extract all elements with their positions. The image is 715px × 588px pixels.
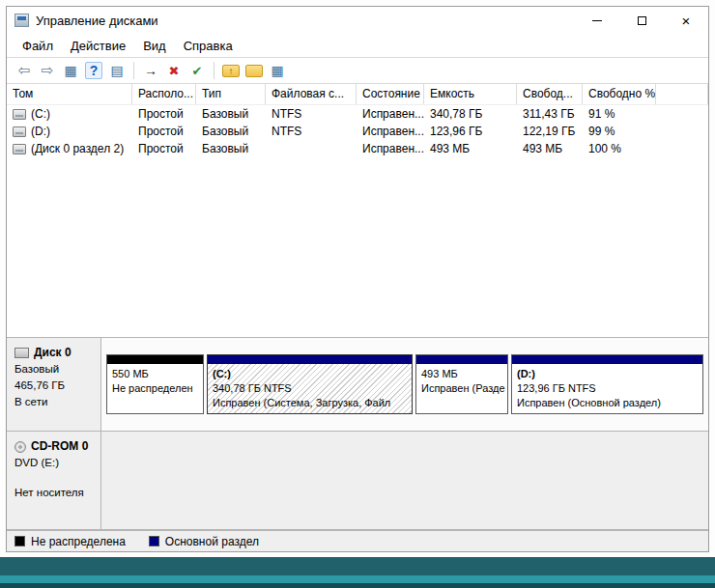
free-pct-cell: 100 %: [583, 140, 656, 157]
help-icon[interactable]: ?: [85, 62, 102, 79]
partition-status: Исправен (Разде: [421, 381, 502, 396]
column-header-volume[interactable]: Том: [7, 84, 132, 104]
partition-body: (D:) 123,96 ГБ NTFS Исправен (Основной р…: [512, 364, 702, 413]
maximize-icon: [638, 16, 646, 25]
action-pane-icon[interactable]: ▤: [105, 60, 129, 81]
partition-color-band: [512, 355, 702, 364]
menu-file[interactable]: Файл: [14, 36, 62, 56]
partition-color-band: [107, 355, 203, 364]
partition-unallocated[interactable]: 550 МБ Не распределен: [106, 354, 204, 414]
column-header-layout[interactable]: Располо...: [132, 84, 196, 104]
disk-size: 465,76 ГБ: [14, 378, 95, 394]
partition-size: 493 МБ: [421, 367, 502, 381]
folder-up-icon[interactable]: ↑: [222, 65, 240, 77]
details-view-icon[interactable]: ▦: [266, 60, 289, 81]
layout-cell: Простой: [132, 140, 196, 157]
legend-label: Не распределена: [31, 535, 126, 548]
partition-d[interactable]: (D:) 123,96 ГБ NTFS Исправен (Основной р…: [511, 354, 703, 414]
folder-icon[interactable]: [245, 65, 263, 77]
toolbar: ⇦ ⇨ ▦ ? ▤ → ✖ ✔ ↑ ▦: [7, 57, 708, 84]
menu-help[interactable]: Справка: [175, 36, 242, 56]
legend-bar: Не распределена Основной раздел: [7, 530, 708, 551]
delete-volume-icon[interactable]: ✖: [162, 60, 186, 81]
volume-cell: (Диск 0 раздел 2): [7, 140, 132, 157]
free-pct-cell: 91 %: [583, 105, 656, 123]
cdrom-icon: [14, 441, 26, 453]
status-cell: Исправен...: [357, 140, 424, 157]
volume-icon: [13, 126, 26, 137]
table-row[interactable]: (C:) Простой Базовый NTFS Исправен... 34…: [7, 105, 708, 123]
column-header-spacer: [656, 84, 708, 104]
minimize-icon: [592, 20, 602, 21]
filesystem-cell: [266, 140, 357, 157]
partition-body: (C:) 340,78 ГБ NTFS Исправен (Система, З…: [208, 364, 412, 413]
volume-icon: [13, 109, 26, 120]
menu-action[interactable]: Действие: [62, 36, 134, 56]
window-title: Управление дисками: [36, 14, 158, 28]
partition-status: Исправен (Система, Загрузка, Файл: [213, 396, 407, 410]
status-cell: Исправен...: [357, 123, 424, 140]
partition-body: 493 МБ Исправен (Разде: [416, 364, 507, 413]
desktop-background-strip: [0, 557, 715, 588]
partition-color-band: [208, 355, 412, 364]
column-header-capacity[interactable]: Емкость: [424, 84, 517, 104]
close-icon: ×: [682, 14, 691, 28]
toolbar-separator: [214, 62, 214, 79]
close-button[interactable]: ×: [664, 7, 708, 34]
volume-name: (C:): [31, 107, 50, 121]
column-header-free-pct[interactable]: Свободно %: [583, 84, 656, 104]
volume-cell: (C:): [7, 105, 132, 123]
legend-item-unallocated: Не распределена: [14, 535, 126, 548]
cdrom-0-info[interactable]: CD-ROM 0 DVD (E:) Нет носителя: [7, 432, 101, 529]
action-arrow-icon[interactable]: →: [139, 60, 162, 81]
graphical-view: Диск 0 Базовый 465,76 ГБ В сети 550 МБ Н…: [7, 337, 708, 530]
disk-0-row: Диск 0 Базовый 465,76 ГБ В сети 550 МБ Н…: [7, 338, 708, 432]
disk-management-app-icon: [14, 14, 29, 27]
column-header-type[interactable]: Тип: [196, 84, 266, 104]
free-cell: 311,43 ГБ: [517, 105, 583, 123]
partition-c[interactable]: (C:) 340,78 ГБ NTFS Исправен (Система, З…: [207, 354, 413, 414]
table-row[interactable]: (D:) Простой Базовый NTFS Исправен... 12…: [7, 123, 708, 140]
volume-list: Том Располо... Тип Файловая с... Состоян…: [7, 84, 708, 337]
titlebar: Управление дисками ×: [7, 7, 708, 34]
cdrom-0-partitions: [101, 432, 708, 529]
disk-name: Диск 0: [34, 345, 72, 361]
spacer: [14, 471, 95, 485]
table-row[interactable]: (Диск 0 раздел 2) Простой Базовый Исправ…: [7, 140, 708, 157]
cdrom-0-row: CD-ROM 0 DVD (E:) Нет носителя: [7, 432, 708, 530]
volume-name: (D:): [31, 125, 50, 138]
partition-size: 123,96 ГБ NTFS: [517, 381, 698, 396]
console-tree-icon[interactable]: ▦: [59, 60, 82, 81]
disk-type: Базовый: [14, 361, 95, 378]
capacity-cell: 340,78 ГБ: [424, 105, 517, 123]
column-header-status[interactable]: Состояние: [357, 84, 424, 104]
toolbar-separator: [133, 62, 134, 79]
disk-0-partitions: 550 МБ Не распределен (C:) 340,78 ГБ NTF…: [101, 338, 708, 431]
volume-icon: [13, 144, 26, 154]
forward-icon[interactable]: ⇨: [36, 60, 59, 81]
partition-size: 340,78 ГБ NTFS: [213, 381, 407, 396]
minimize-button[interactable]: [575, 7, 619, 34]
legend-label: Основной раздел: [165, 535, 259, 548]
column-header-free[interactable]: Свобод...: [517, 84, 583, 104]
layout-cell: Простой: [132, 105, 196, 123]
cdrom-media: DVD (E:): [14, 455, 95, 471]
free-pct-cell: 99 %: [583, 123, 656, 140]
maximize-button[interactable]: [619, 7, 664, 34]
back-icon[interactable]: ⇦: [13, 60, 36, 81]
filesystem-cell: NTFS: [266, 123, 357, 140]
capacity-cell: 123,96 ГБ: [424, 123, 517, 140]
layout-cell: Простой: [132, 123, 196, 140]
disk-icon: [14, 348, 29, 358]
partition-recovery[interactable]: 493 МБ Исправен (Разде: [415, 354, 508, 414]
status-cell: Исправен...: [357, 105, 424, 123]
volume-name: (Диск 0 раздел 2): [31, 142, 124, 155]
partition-name: (C:): [213, 367, 407, 381]
column-header-filesystem[interactable]: Файловая с...: [266, 84, 357, 104]
disk-0-info[interactable]: Диск 0 Базовый 465,76 ГБ В сети: [7, 338, 101, 431]
volume-list-header: Том Располо... Тип Файловая с... Состоян…: [7, 84, 708, 105]
capacity-cell: 493 МБ: [424, 140, 517, 157]
partition-status: Не распределен: [112, 381, 198, 396]
check-volume-icon[interactable]: ✔: [186, 60, 209, 81]
menu-view[interactable]: Вид: [134, 36, 175, 56]
